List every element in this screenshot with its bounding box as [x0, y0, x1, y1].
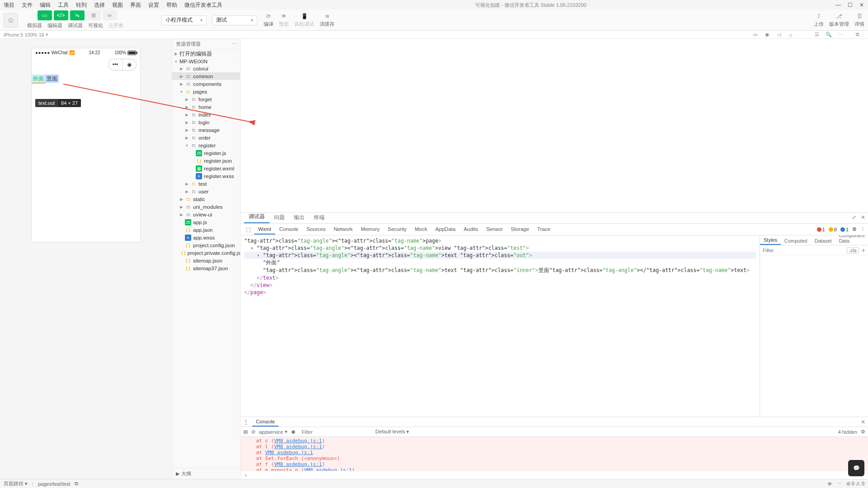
devtab-Wxml[interactable]: Wxml [254, 225, 275, 235]
tree-item[interactable]: ▶🗀forget [172, 95, 240, 103]
tree-item[interactable]: ▾🗀register [172, 141, 240, 149]
console-settings-icon[interactable]: ⚙ [861, 429, 865, 435]
console-prompt[interactable]: › [241, 471, 868, 479]
menu-界面[interactable]: 界面 [127, 1, 145, 9]
devtab-Audits[interactable]: Audits [460, 225, 482, 235]
menu-微信开发者工具[interactable]: 微信开发者工具 [181, 1, 226, 9]
tree-item[interactable]: ▶🗀login [172, 118, 240, 126]
tree-item[interactable]: ▶🗀index [172, 111, 240, 118]
search-icon[interactable]: 🔍 [826, 32, 832, 38]
visibility-icon[interactable]: 👁 [827, 481, 832, 487]
page-path-label[interactable]: 页面路径 ▾ [4, 480, 28, 487]
debugger-close-icon[interactable]: ✕ [861, 214, 865, 221]
console-live-icon[interactable]: ◉ [291, 429, 296, 435]
layout-icon[interactable]: ⧉ [854, 32, 861, 38]
tree-item[interactable]: ▶🗀common [172, 72, 240, 80]
capsule-menu[interactable]: ••• [108, 59, 122, 70]
devtab-Network[interactable]: Network [330, 225, 357, 235]
devtab-AppData[interactable]: AppData [431, 225, 460, 235]
debugger-tab-输出[interactable]: 输出 [289, 212, 309, 223]
minimize-button[interactable]: — [835, 2, 841, 8]
tree-item[interactable]: ▶🗀user [172, 188, 240, 195]
debugger-toggle[interactable]: ≒ [70, 10, 85, 20]
menu-转到[interactable]: 转到 [72, 1, 90, 9]
right-action-版本管理[interactable]: ⎇版本管理 [829, 13, 849, 28]
devtab-Sensor[interactable]: Sensor [482, 225, 507, 235]
tree-item[interactable]: ▶🗀colorui [172, 65, 240, 72]
right-action-详情[interactable]: ☰详情 [854, 13, 864, 28]
devtools-more-icon[interactable]: ⋮ [860, 226, 865, 232]
devtab-Trace[interactable]: Trace [533, 225, 554, 235]
tree-item[interactable]: JSregister.js [172, 149, 240, 157]
selected-inner-text[interactable]: 里面 [45, 75, 59, 83]
console-levels-select[interactable]: Default levels ▾ [375, 429, 409, 435]
tree-item[interactable]: ▶🗀uview-ui [172, 211, 240, 218]
avatar[interactable]: ☺ [4, 13, 18, 28]
back-icon[interactable]: ◁ [776, 32, 782, 38]
tree-item[interactable]: ▶🗀uni_modules [172, 203, 240, 211]
menu-项目[interactable]: 项目 [0, 1, 18, 9]
styles-tab-Component Data[interactable]: Component Data [835, 235, 868, 245]
styles-filter-input[interactable] [763, 248, 844, 253]
home-icon[interactable]: ⌂ [788, 32, 794, 38]
tree-item[interactable]: { }sitemap37.json [172, 264, 240, 272]
menu-文件[interactable]: 文件 [18, 1, 36, 9]
console-hidden-count[interactable]: 4 hidden [838, 429, 857, 435]
cls-toggle[interactable]: .cls [847, 247, 859, 253]
action-编译[interactable]: ⟳编译 [264, 13, 274, 28]
capsule-close[interactable]: ◉ [123, 59, 136, 70]
devtab-Mock[interactable]: Mock [410, 225, 431, 235]
outline-section[interactable]: ▶大纲 [172, 468, 240, 479]
action-清缓存[interactable]: ≋清缓存 [320, 13, 335, 28]
menu-选择[interactable]: 选择 [90, 1, 108, 9]
selected-outer-text[interactable]: 外面 [32, 75, 45, 84]
tree-item[interactable]: ▶🗀test [172, 180, 240, 188]
tree-item[interactable]: ≡app.wxss [172, 234, 240, 241]
add-style-icon[interactable]: + [862, 247, 865, 254]
menu-视图[interactable]: 视图 [108, 1, 127, 9]
right-action-上传[interactable]: ⤴上传 [814, 13, 824, 28]
styles-tab-Computed[interactable]: Computed [781, 237, 811, 245]
visual-toggle[interactable]: ⊞ [86, 10, 101, 20]
tree-item[interactable]: ▶🗀order [172, 134, 240, 141]
tree-item[interactable]: ▶🗀static [172, 195, 240, 203]
page-path[interactable]: pages/test/test [38, 481, 71, 487]
menu-编辑[interactable]: 编辑 [36, 1, 54, 9]
tree-item[interactable]: ▾🗀pages [172, 88, 240, 95]
mode-select[interactable]: 小程序模式▾ [161, 15, 207, 25]
open-editors-section[interactable]: ▶打开的编辑器 [172, 50, 240, 58]
explorer-more-icon[interactable]: ⋯ [231, 41, 236, 47]
console-tab[interactable]: Console [252, 418, 278, 427]
tree-item[interactable]: ▶🗀components [172, 80, 240, 88]
build-select[interactable]: 测试▾ [212, 15, 257, 25]
debugger-expand-icon[interactable]: ⤢ [852, 214, 856, 221]
menu-帮助[interactable]: 帮助 [163, 1, 181, 9]
console-filter-input[interactable] [299, 428, 372, 436]
console-context-select[interactable]: appservice ▾ [259, 429, 288, 435]
tree-item[interactable]: ▶🗀home [172, 103, 240, 111]
devtab-Sources[interactable]: Sources [302, 225, 330, 235]
devtab-Security[interactable]: Security [384, 225, 411, 235]
devtab-Memory[interactable]: Memory [357, 225, 384, 235]
record-icon[interactable]: ◉ [764, 32, 770, 38]
chat-bubble[interactable]: 💬 [848, 460, 864, 476]
styles-tab-Dataset[interactable]: Dataset [811, 237, 835, 245]
tree-item[interactable]: JSapp.js [172, 218, 240, 226]
debugger-tab-调试器[interactable]: 调试器 [244, 211, 269, 223]
wxml-tree[interactable]: "tag-attr">class="tag-angle"><"tag-attr"… [241, 235, 760, 417]
devtools-settings-icon[interactable]: ⚙ [852, 226, 857, 232]
styles-tab-Styles[interactable]: Styles [760, 236, 781, 245]
more-icon[interactable]: ⋯ [837, 32, 844, 38]
devtab-Console[interactable]: Console [275, 225, 302, 235]
device-info[interactable]: iPhone 5 100% 16 [4, 32, 44, 38]
cloud-toggle[interactable]: ∞ [103, 10, 117, 20]
project-section[interactable]: ▾MP-WEIXIN [172, 58, 240, 65]
devtab-Storage[interactable]: Storage [507, 225, 533, 235]
tree-item[interactable]: { }project.config.json [172, 241, 240, 249]
maximize-button[interactable]: ☐ [847, 2, 853, 8]
tree-item[interactable]: { }register.json [172, 157, 240, 164]
console-close-icon[interactable]: ✕ [861, 419, 865, 425]
tree-item[interactable]: ▶🗀message [172, 126, 240, 134]
tree-item[interactable]: { }sitemap.json [172, 257, 240, 264]
simulator-toggle[interactable]: ▭ [38, 10, 52, 20]
